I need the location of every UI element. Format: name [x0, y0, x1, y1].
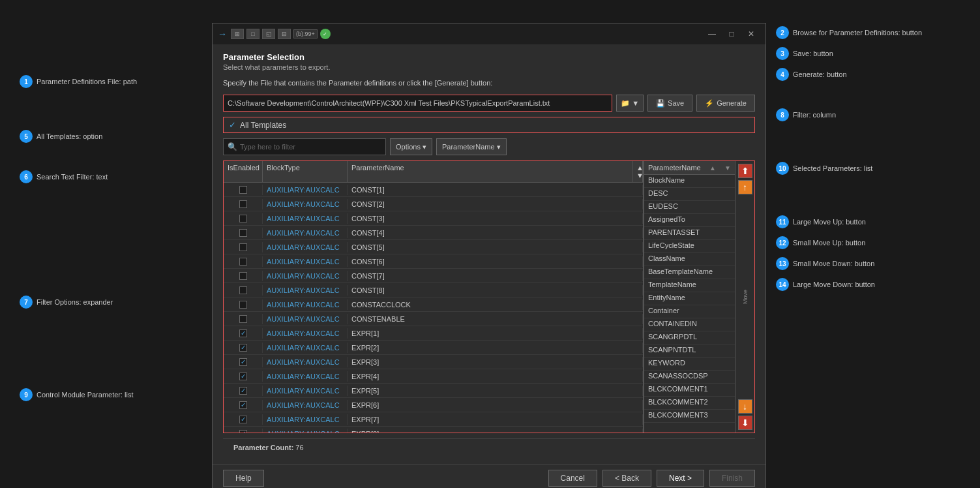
- list-item[interactable]: ClassName: [644, 253, 735, 266]
- list-item[interactable]: DESC: [644, 188, 735, 201]
- left-table: IsEnabled BlockType ParameterName ▲ ▼ AU…: [224, 161, 644, 433]
- list-item[interactable]: SCANGRPDTL: [644, 331, 735, 344]
- list-item[interactable]: Container: [644, 305, 735, 318]
- generate-button[interactable]: ⚡ Generate: [696, 95, 755, 112]
- table-row[interactable]: ✓ AUXILIARY:AUXCALC EXPR[5]: [224, 384, 643, 398]
- checkbox[interactable]: ✓: [239, 344, 247, 352]
- large-move-up-button[interactable]: ⬆: [738, 164, 752, 178]
- table-row[interactable]: AUXILIARY:AUXCALC CONST[4]: [224, 226, 643, 240]
- cell-blocktype: AUXILIARY:AUXCALC: [263, 213, 348, 224]
- list-item[interactable]: EUDESC: [644, 201, 735, 214]
- file-path-input[interactable]: [223, 95, 612, 112]
- small-move-up-button[interactable]: ↑: [738, 180, 752, 194]
- cell-blocktype: AUXILIARY:AUXCALC: [263, 299, 348, 310]
- table-row[interactable]: ✓ AUXILIARY:AUXCALC EXPR[4]: [224, 369, 643, 384]
- checkbox[interactable]: [239, 186, 247, 194]
- cell-blocktype: AUXILIARY:AUXCALC: [263, 285, 348, 296]
- tb-icon-1[interactable]: ⊞: [231, 29, 244, 39]
- header-isenabled: IsEnabled: [224, 161, 263, 182]
- checkbox[interactable]: [239, 272, 247, 280]
- table-row[interactable]: AUXILIARY:AUXCALC CONSTACCLOCK: [224, 297, 643, 312]
- save-button[interactable]: 💾 Save: [647, 95, 692, 112]
- checkbox[interactable]: ✓: [239, 387, 247, 395]
- large-move-down-button[interactable]: ⬇: [738, 416, 752, 430]
- param-name-button[interactable]: ParameterName ▾: [436, 138, 507, 155]
- checkbox[interactable]: [239, 243, 247, 251]
- table-row[interactable]: ✓ AUXILIARY:AUXCALC EXPR[3]: [224, 355, 643, 369]
- list-item[interactable]: LifeCycleState: [644, 240, 735, 253]
- list-item[interactable]: KEYWORD: [644, 358, 735, 371]
- table-row[interactable]: AUXILIARY:AUXCALC CONST[6]: [224, 254, 643, 269]
- checkbox[interactable]: [239, 315, 247, 323]
- checkbox[interactable]: [239, 229, 247, 237]
- cancel-button[interactable]: Cancel: [548, 470, 597, 487]
- help-button[interactable]: Help: [223, 470, 264, 487]
- right-list[interactable]: BlockNameDESCEUDESCAssignedToPARENTASSET…: [644, 175, 735, 433]
- list-item[interactable]: PARENTASSET: [644, 227, 735, 240]
- filter-input-wrap: 🔍: [223, 138, 386, 155]
- table-row[interactable]: AUXILIARY:AUXCALC CONST[1]: [224, 183, 643, 197]
- checkbox[interactable]: ✓: [239, 373, 247, 380]
- right-header-text: ParameterName: [648, 164, 701, 172]
- list-item[interactable]: SCANASSOCDSP: [644, 371, 735, 384]
- param-count-label: Parameter Count:: [233, 444, 293, 451]
- table-row[interactable]: AUXILIARY:AUXCALC CONSTENABLE: [224, 312, 643, 326]
- minimize-button[interactable]: —: [703, 27, 721, 41]
- browse-button[interactable]: 📁 ▼: [616, 95, 644, 112]
- annotation-14: 14 Large Move Down: button: [776, 278, 922, 291]
- cell-blocktype: AUXILIARY:AUXCALC: [263, 314, 348, 324]
- list-item[interactable]: BlockName: [644, 175, 735, 188]
- footer-right: Cancel < Back Next > Finish: [548, 470, 755, 487]
- cell-paramname: CONST[1]: [348, 185, 643, 195]
- cell-paramname: CONST[6]: [348, 256, 643, 267]
- checkbox[interactable]: ✓: [239, 430, 247, 433]
- checkbox[interactable]: ✓: [239, 329, 247, 337]
- next-button[interactable]: Next >: [657, 470, 704, 487]
- table-row[interactable]: ✓ AUXILIARY:AUXCALC EXPR[8]: [224, 427, 643, 433]
- list-item[interactable]: BLCKCOMMENT2: [644, 397, 735, 410]
- table-row[interactable]: ✓ AUXILIARY:AUXCALC EXPR[1]: [224, 326, 643, 341]
- tb-icon-3[interactable]: ◱: [262, 29, 275, 39]
- checkbox[interactable]: ✓: [239, 416, 247, 423]
- tb-icon-4[interactable]: ⊟: [278, 29, 291, 39]
- small-move-down-button[interactable]: ↓: [738, 399, 752, 414]
- tb-green-icon: ✓: [320, 29, 331, 39]
- checkbox[interactable]: [239, 215, 247, 222]
- checkbox[interactable]: [239, 301, 247, 309]
- table-row[interactable]: ✓ AUXILIARY:AUXCALC EXPR[7]: [224, 412, 643, 427]
- checkbox[interactable]: [239, 258, 247, 266]
- list-item[interactable]: TemplateName: [644, 279, 735, 292]
- checkbox[interactable]: [239, 286, 247, 294]
- checkbox[interactable]: ✓: [239, 401, 247, 409]
- cell-blocktype: AUXILIARY:AUXCALC: [263, 371, 348, 382]
- table-row[interactable]: ✓ AUXILIARY:AUXCALC EXPR[2]: [224, 341, 643, 355]
- list-item[interactable]: EntityName: [644, 292, 735, 305]
- table-row[interactable]: AUXILIARY:AUXCALC CONST[5]: [224, 240, 643, 254]
- list-item[interactable]: SCANPNTDTL: [644, 344, 735, 358]
- back-button[interactable]: < Back: [602, 470, 651, 487]
- table-row[interactable]: AUXILIARY:AUXCALC CONST[3]: [224, 211, 643, 226]
- list-item[interactable]: BLCKCOMMENT1: [644, 384, 735, 397]
- restore-button[interactable]: □: [722, 27, 741, 41]
- table-row[interactable]: AUXILIARY:AUXCALC CONST[2]: [224, 197, 643, 211]
- list-item[interactable]: AssignedTo: [644, 214, 735, 227]
- list-item[interactable]: BaseTemplateName: [644, 266, 735, 279]
- checkbox[interactable]: ✓: [239, 358, 247, 366]
- list-item[interactable]: CONTAINEDIN: [644, 318, 735, 331]
- table-body[interactable]: AUXILIARY:AUXCALC CONST[1] AUXILIARY:AUX…: [224, 183, 643, 433]
- cell-paramname: CONSTENABLE: [348, 314, 643, 324]
- table-row[interactable]: AUXILIARY:AUXCALC CONST[8]: [224, 283, 643, 297]
- tb-icon-2[interactable]: □: [246, 29, 260, 39]
- table-row[interactable]: ✓ AUXILIARY:AUXCALC EXPR[6]: [224, 398, 643, 412]
- annotation-9: 9 Control Module Parameter: list: [20, 388, 137, 401]
- cell-enabled: ✓: [224, 357, 263, 367]
- checkbox[interactable]: [239, 200, 247, 208]
- annotation-10: 10 Selected Parameters: list: [776, 162, 922, 175]
- table-row[interactable]: AUXILIARY:AUXCALC CONST[7]: [224, 269, 643, 283]
- header-paramname: ParameterName: [348, 161, 632, 182]
- options-button[interactable]: Options ▾: [390, 138, 432, 155]
- close-button[interactable]: ✕: [742, 27, 760, 41]
- cell-enabled: ✓: [224, 400, 263, 410]
- search-input[interactable]: [240, 143, 381, 151]
- list-item[interactable]: BLCKCOMMENT3: [644, 410, 735, 423]
